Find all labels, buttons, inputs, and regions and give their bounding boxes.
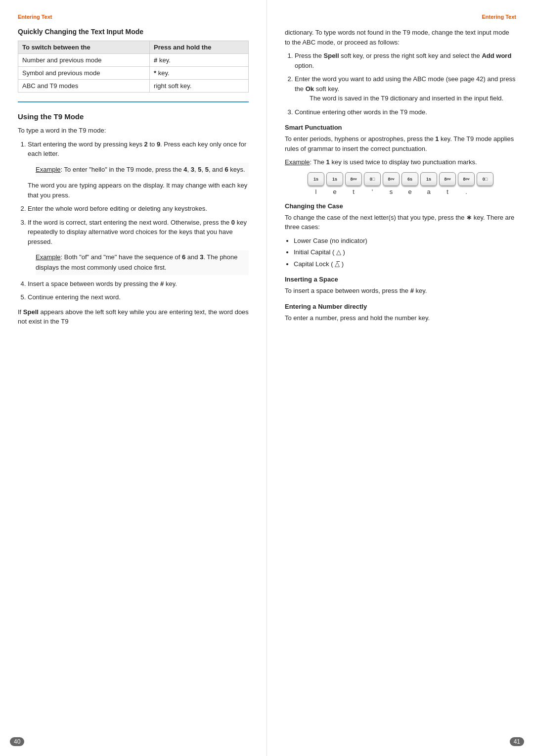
t9-intro: To type a word in the T9 mode:	[18, 126, 249, 136]
t9-step-2-text: Enter the whole word before editing or d…	[28, 205, 207, 212]
t9-step-3-text: If the word is correct, start entering t…	[28, 219, 247, 245]
table-row-col2-0: #︎ key.	[150, 54, 249, 67]
changing-case-intro: To change the case of the next letter(s)…	[285, 213, 516, 232]
t9-steps-list: Start entering the word by pressing keys…	[28, 140, 249, 302]
key-7: 1s	[420, 172, 437, 186]
spell-step-2: Enter the word you want to add using the…	[295, 74, 516, 103]
spell-continued: dictionary. To type words not found in t…	[285, 28, 516, 47]
spell-note: If Spell appears above the left soft key…	[18, 307, 249, 327]
key-2: 1s	[326, 172, 343, 186]
key-icon-row: 1s 1s 8ov 0□ 8ov 6s 1s 8ov 8ov 0□	[308, 172, 493, 186]
inserting-space-title: Inserting a Space	[285, 276, 516, 283]
smart-punctuation-intro: To enter periods, hyphens or apostrophes…	[285, 134, 516, 153]
table-row-col1-2: ABC and T9 modes	[18, 80, 150, 93]
case-lower: Lower Case (no indicator)	[294, 236, 516, 246]
table-col2-header: Press and hold the	[150, 41, 249, 54]
t9-step-3: If the word is correct, start entering t…	[28, 218, 249, 275]
left-page: Entering Text Quickly Changing the Text …	[0, 0, 267, 756]
table-row-col1-0: Number and previous mode	[18, 54, 150, 67]
t9-divider	[18, 101, 249, 102]
key-label-row: l e t ' s e a t .	[308, 188, 493, 195]
t9-step-1-example: Example: To enter "hello" in the T9 mode…	[36, 163, 249, 177]
key-4: 0□	[364, 172, 381, 186]
spell-steps-list: Press the Spell soft key, or press the r…	[295, 51, 516, 117]
punctuation-key-display: 1s 1s 8ov 0□ 8ov 6s 1s 8ov 8ov 0□ l e t …	[285, 172, 516, 195]
left-page-number: 40	[10, 737, 24, 746]
key-10: 0□	[477, 172, 493, 186]
letter-a: a	[420, 188, 437, 195]
t9-step-3-example: Example: Both "of" and "me" have the seq…	[36, 250, 249, 275]
table-row-col1-1: Symbol and previous mode	[18, 67, 150, 80]
spell-step-3: Continue entering other words in the T9 …	[295, 107, 516, 117]
table-row-col2-1: * key.	[150, 67, 249, 80]
key-1: 1s	[308, 172, 324, 186]
case-capital: Capital Lock ( △̅ )	[294, 259, 516, 269]
t9-step-2: Enter the whole word before editing or d…	[28, 204, 249, 214]
letter-s: s	[383, 188, 400, 195]
letter-t2: t	[439, 188, 456, 195]
key-9: 8ov	[458, 172, 475, 186]
right-page: Entering Text dictionary. To type words …	[267, 0, 534, 756]
quick-change-title: Quickly Changing the Text Input Mode	[18, 28, 249, 36]
letter-e: e	[326, 188, 343, 195]
t9-step-5-text: Continue entering the next word.	[28, 293, 121, 301]
right-page-number: 41	[510, 737, 524, 746]
t9-step-4-text: Insert a space between words by pressing…	[28, 280, 177, 287]
t9-step-5: Continue entering the next word.	[28, 292, 249, 302]
key-3: 8ov	[345, 172, 362, 186]
inserting-space-text: To insert a space between words, press t…	[285, 286, 516, 296]
spell-step-2-note: The word is saved in the T9 dictionary a…	[310, 94, 516, 103]
table-row-col2-2: right soft key.	[150, 80, 249, 93]
key-8: 8ov	[439, 172, 456, 186]
entering-number-title: Entering a Number directly	[285, 303, 516, 310]
entering-number-text: To enter a number, press and hold the nu…	[285, 313, 516, 323]
letter-apos: '	[364, 188, 381, 195]
t9-step-1: Start entering the word by pressing keys…	[28, 140, 249, 200]
t9-step-4: Insert a space between words by pressing…	[28, 279, 249, 289]
smart-punctuation-title: Smart Punctuation	[285, 124, 516, 131]
key-6: 6s	[401, 172, 418, 186]
left-page-header: Entering Text	[18, 14, 249, 20]
letter-l: l	[308, 188, 324, 195]
spell-step-1: Press the Spell soft key, or press the r…	[295, 51, 516, 70]
right-page-header: Entering Text	[285, 14, 516, 20]
t9-step-1-note: The word you are typing appears on the d…	[28, 181, 249, 200]
changing-case-title: Changing the Case	[285, 202, 516, 210]
letter-empty	[477, 188, 493, 195]
case-list: Lower Case (no indicator) Initial Capita…	[294, 236, 516, 269]
smart-punctuation-example: Example: The 1 key is used twice to disp…	[285, 157, 516, 167]
switch-table: To switch between the Press and hold the…	[18, 41, 249, 93]
letter-dot: .	[458, 188, 475, 195]
key-5: 8ov	[383, 172, 400, 186]
t9-section-title: Using the T9 Mode	[18, 112, 249, 121]
table-col1-header: To switch between the	[18, 41, 150, 54]
letter-e2: e	[401, 188, 418, 195]
letter-t: t	[345, 188, 362, 195]
case-initial: Initial Capital ( △ )	[294, 247, 516, 257]
t9-step-1-text: Start entering the word by pressing keys…	[28, 141, 246, 158]
